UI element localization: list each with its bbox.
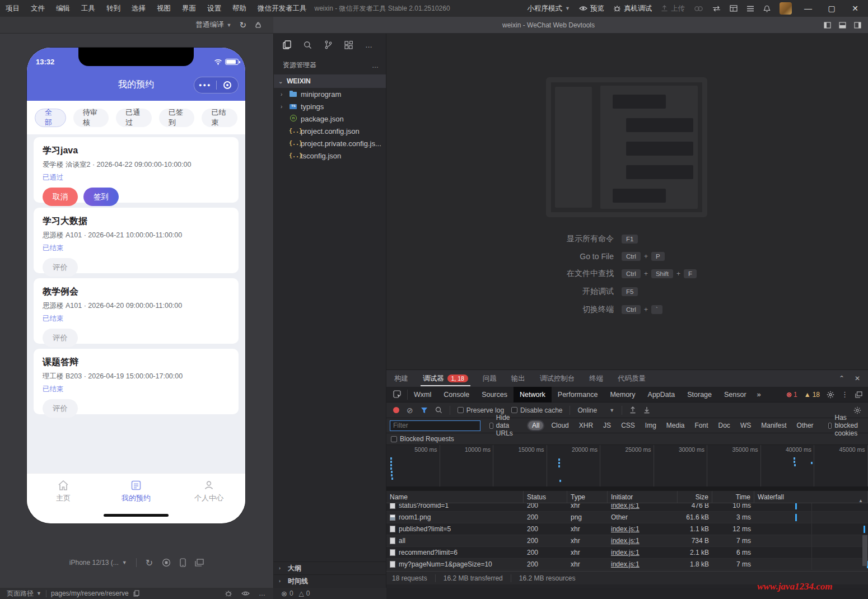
bug-icon[interactable] [225,590,232,597]
layout-icon[interactable] [730,5,738,12]
eye-icon[interactable] [241,590,250,597]
devtools-tab-Storage[interactable]: Storage [681,387,718,403]
tabbar-item-我的预约[interactable]: 我的预约 [100,474,172,509]
bell-icon[interactable] [763,5,771,12]
panel-tab-终端[interactable]: 终端 [589,370,603,387]
reservation-status[interactable]: 已结束 [43,385,230,394]
reservation-status[interactable]: 已结束 [43,244,230,253]
network-settings-gear-icon[interactable] [853,406,868,414]
tree-item-tsconfig.json[interactable]: tsconfig.json [274,149,386,162]
hide-data-urls-checkbox[interactable]: Hide data URLs [489,414,521,437]
rotate-icon[interactable]: ↻ [146,558,153,568]
menu-item-编辑[interactable]: 编辑 [50,4,76,13]
filter-chip-已结束[interactable]: 已结束 [202,109,237,127]
tree-item-project.config.json[interactable]: project.config.json [274,125,386,137]
tabbar-item-主页[interactable]: 主页 [27,474,100,509]
source-control-icon[interactable] [324,40,332,49]
filter-chip-已签到[interactable]: 已签到 [159,109,195,127]
devtools-tab-Sources[interactable]: Sources [475,387,514,403]
panel-tab-构建[interactable]: 构建 [394,370,408,387]
type-filter-CSS[interactable]: CSS [619,421,637,430]
devtools-tab-AppData[interactable]: AppData [642,387,682,403]
filter-funnel-icon[interactable] [421,407,428,414]
取消-button[interactable]: 取消 [43,188,78,206]
preview-button[interactable]: 预览 [579,4,604,13]
dock-bottom-icon[interactable] [839,22,846,29]
type-filter-Media[interactable]: Media [664,421,687,430]
column-header-Waterfall[interactable]: Waterfall▲ [754,491,868,503]
devtools-tab-Network[interactable]: Network [514,387,552,403]
tabbar-item-个人中心[interactable]: 个人中心 [172,474,245,509]
network-overview-timeline[interactable]: 5000 ms10000 ms15000 ms20000 ms25000 ms3… [386,445,868,491]
outline-section[interactable]: ›大纲 [273,561,386,574]
more-options-icon[interactable]: ⋮ [841,390,848,399]
column-header-Type[interactable]: Type [567,491,608,503]
column-header-Initiator[interactable]: Initiator [608,491,678,503]
devtools-tab-Console[interactable]: Console [437,387,475,403]
files-icon[interactable] [283,40,291,49]
devtools-tab-Wxml[interactable]: Wxml [408,387,437,403]
type-filter-WS[interactable]: WS [738,421,753,430]
exit-icon[interactable] [217,81,239,89]
search-icon[interactable] [435,406,442,414]
upload-button[interactable]: 上传 [661,4,685,13]
menu-item-文件[interactable]: 文件 [25,4,50,13]
type-filter-JS[interactable]: JS [601,421,613,430]
preserve-log-checkbox[interactable]: Preserve log [458,406,504,414]
collapse-panel-icon[interactable]: ⌃ [839,375,844,382]
initiator-link[interactable]: index.js:1 [611,549,640,556]
menu-item-界面[interactable]: 界面 [176,4,202,13]
mini-program-mode-button[interactable]: 小程序模式▼ [528,4,570,13]
more-icon[interactable]: ●●● [194,82,216,88]
reservation-status[interactable]: 已结束 [43,314,230,324]
throttling-dropdown[interactable]: Online▼ [577,406,614,414]
menu-item-微信开发者工具[interactable]: 微信开发者工具 [252,4,312,13]
column-header-Status[interactable]: Status [524,491,567,503]
clear-cache-icon[interactable] [254,21,262,29]
devtools-tab-Performance[interactable]: Performance [552,387,604,403]
network-row[interactable]: published?limit=5200xhrindex.js:11.1 kB1… [386,523,868,535]
remote-debug-button[interactable]: 真机调试 [613,4,652,13]
filter-chip-全部[interactable]: 全部 [35,109,66,127]
reservation-status[interactable]: 已通过 [43,173,230,182]
link-icon[interactable] [694,6,703,12]
menu-item-选择[interactable]: 选择 [126,4,151,13]
maximize-button[interactable]: ▢ [824,4,839,13]
export-har-icon[interactable] [643,406,650,414]
menu-item-工具[interactable]: 工具 [76,4,101,13]
tree-item-miniprogram[interactable]: ›miniprogram [274,88,386,100]
screenshot-icon[interactable] [162,558,171,567]
评价-button[interactable]: 评价 [43,329,78,347]
panel-tab-输出[interactable]: 输出 [511,370,525,387]
error-count[interactable]: ⊗1 [786,391,797,399]
problems-indicator[interactable]: ⊗0 △0 [273,588,386,599]
menu-item-帮助[interactable]: 帮助 [227,4,252,13]
switch-icon[interactable] [712,6,721,12]
column-header-Time[interactable]: Time [712,491,754,503]
panel-tab-调试器[interactable]: 调试器1, 18 [423,370,468,387]
network-row[interactable]: my?pageNum=1&pageSize=10200xhrindex.js:1… [386,559,868,570]
timeline-section[interactable]: ›时间线 [273,574,386,587]
type-filter-XHR[interactable]: XHR [577,421,595,430]
has-blocked-cookies-checkbox[interactable]: Has blocked cookies [828,414,868,437]
settings-gear-icon[interactable] [827,391,834,399]
scrollbar-thumb[interactable] [862,535,867,566]
type-filter-Cloud[interactable]: Cloud [549,421,571,430]
inspect-cursor-icon[interactable] [386,390,408,400]
initiator-link[interactable]: index.js:1 [611,503,640,509]
compile-mode-dropdown[interactable]: 普通编译▼ [196,20,232,30]
panel-tab-问题[interactable]: 问题 [483,370,497,387]
record-icon[interactable] [393,407,399,413]
close-button[interactable]: ✕ [848,4,862,13]
tree-root-weixin[interactable]: ⌄ WEIXIN [274,74,386,88]
filter-input[interactable] [390,420,480,431]
warning-count[interactable]: ▲18 [804,391,820,399]
devtools-tab-Memory[interactable]: Memory [604,387,641,403]
minimize-button[interactable]: — [801,4,815,13]
dock-left-icon[interactable] [824,22,831,29]
network-row[interactable]: all200xhrindex.js:1734 B7 ms [386,535,868,547]
explorer-more-icon[interactable]: … [372,62,379,69]
filter-chip-待审核[interactable]: 待审核 [73,109,109,127]
type-filter-Doc[interactable]: Doc [716,421,732,430]
评价-button[interactable]: 评价 [43,258,78,277]
